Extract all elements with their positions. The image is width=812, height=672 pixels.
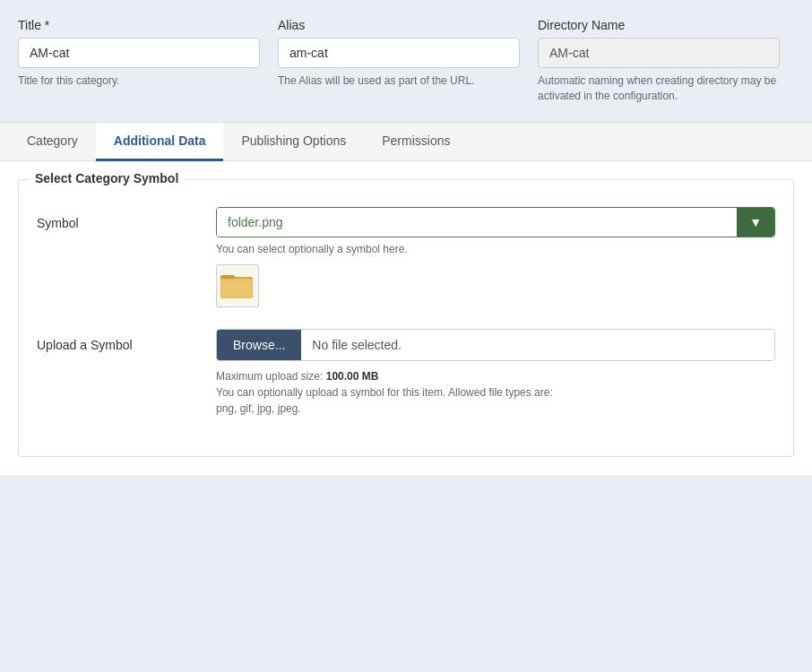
symbol-select-wrapper: folder.png ▼ bbox=[216, 207, 775, 237]
chevron-down-icon: ▼ bbox=[749, 215, 762, 229]
symbol-control: folder.png ▼ You can select optionally a… bbox=[216, 207, 775, 307]
top-section: Title * Title for this category. Alias T… bbox=[0, 0, 812, 113]
symbol-preview bbox=[216, 264, 259, 307]
alias-field-group: Alias The Alias will be used as part of … bbox=[278, 18, 520, 89]
tab-content: Select Category Symbol Symbol folder.png… bbox=[0, 161, 812, 475]
title-label: Title * bbox=[18, 18, 260, 32]
symbol-hint: You can select optionally a symbol here. bbox=[216, 243, 775, 255]
tabs-wrapper: Category Additional Data Publishing Opti… bbox=[0, 122, 812, 475]
symbol-label: Symbol bbox=[37, 207, 198, 230]
title-input[interactable] bbox=[18, 38, 260, 68]
file-upload-row: Browse... No file selected. bbox=[216, 329, 775, 361]
tab-category[interactable]: Category bbox=[9, 123, 96, 161]
tab-permissions[interactable]: Permissions bbox=[364, 123, 468, 161]
alias-label: Alias bbox=[278, 18, 520, 32]
upload-info: Maximum upload size: 100.00 MB You can o… bbox=[216, 368, 775, 417]
upload-symbol-row: Upload a Symbol Browse... No file select… bbox=[37, 329, 775, 417]
tab-publishing-options[interactable]: Publishing Options bbox=[223, 123, 364, 161]
directory-field-group: Directory Name Automatic naming when cre… bbox=[538, 18, 780, 104]
upload-hint-text: You can optionally upload a symbol for t… bbox=[216, 386, 553, 399]
title-field-group: Title * Title for this category. bbox=[18, 18, 260, 89]
card-title: Select Category Symbol bbox=[30, 171, 184, 185]
upload-size-value: 100.00 MB bbox=[326, 370, 379, 383]
directory-hint: Automatic naming when creating directory… bbox=[538, 73, 780, 104]
svg-rect-3 bbox=[222, 280, 251, 297]
tab-additional-data[interactable]: Additional Data bbox=[96, 123, 224, 161]
title-hint: Title for this category. bbox=[18, 73, 260, 89]
folder-icon bbox=[220, 271, 255, 300]
symbol-row: Symbol folder.png ▼ You can select optio… bbox=[37, 207, 775, 307]
upload-types-text: png, gif, jpg, jpeg. bbox=[216, 402, 301, 415]
card-body: Symbol folder.png ▼ You can select optio… bbox=[37, 207, 775, 417]
alias-hint: The Alias will be used as part of the UR… bbox=[278, 73, 520, 89]
directory-label: Directory Name bbox=[538, 18, 780, 32]
file-name-display: No file selected. bbox=[301, 330, 774, 360]
select-category-symbol-card: Select Category Symbol Symbol folder.png… bbox=[18, 179, 794, 457]
browse-button[interactable]: Browse... bbox=[217, 330, 301, 360]
tabs-nav: Category Additional Data Publishing Opti… bbox=[0, 123, 812, 161]
alias-input[interactable] bbox=[278, 38, 520, 68]
upload-label: Upload a Symbol bbox=[37, 329, 198, 352]
symbol-dropdown-button[interactable]: ▼ bbox=[737, 208, 774, 237]
upload-size-prefix: Maximum upload size: bbox=[216, 370, 326, 383]
upload-control: Browse... No file selected. Maximum uplo… bbox=[216, 329, 775, 417]
directory-input[interactable] bbox=[538, 38, 780, 68]
symbol-select-text: folder.png bbox=[217, 208, 737, 237]
